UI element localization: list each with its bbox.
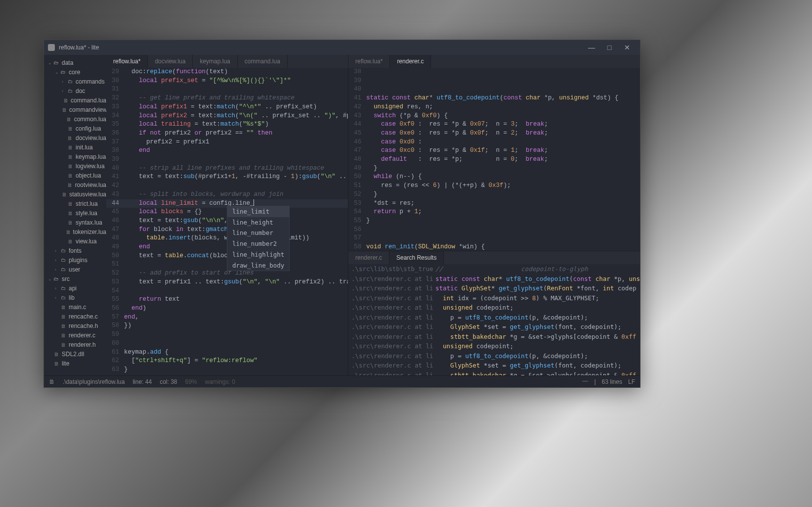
- tree-file[interactable]: 🗎command.lua: [44, 95, 106, 105]
- search-result-line[interactable]: .\src\renderer.c at line 147 (col 50):st…: [348, 283, 640, 293]
- code-line[interactable]: 53 text = prefix1 .. text:gsub("\n", "\n…: [106, 278, 348, 287]
- tab[interactable]: docview.lua: [148, 55, 193, 68]
- tree-file[interactable]: 🗎renderer.c: [44, 330, 106, 340]
- code-line[interactable]: 32 -- get line prefix and trailing white…: [106, 94, 348, 103]
- code-line[interactable]: 39: [348, 77, 640, 86]
- search-results[interactable]: .\src\lib\stb\stb_truetype.h at line 480…: [348, 264, 640, 375]
- code-line[interactable]: 43 switch (*p & 0xf0) {: [348, 112, 640, 121]
- code-line[interactable]: 39: [106, 155, 348, 164]
- left-code-editor[interactable]: 29 doc:replace(function(text)30 local pr…: [106, 68, 348, 375]
- code-line[interactable]: 51 res = (res << 6) | (*(++p) & 0x3f);: [348, 182, 640, 190]
- code-line[interactable]: 59: [106, 330, 348, 339]
- tree-file[interactable]: 🗎rencache.c: [44, 312, 106, 321]
- code-line[interactable]: 44 case 0xf0 : res = *p & 0x07; n = 3; b…: [348, 120, 640, 129]
- code-line[interactable]: 57: [348, 234, 640, 243]
- tree-file[interactable]: 🗎style.lua: [44, 208, 106, 218]
- code-line[interactable]: 45 case 0xe0 : res = *p & 0x0f; n = 2; b…: [348, 129, 640, 138]
- tree-folder[interactable]: ›🗀plugins: [44, 255, 106, 265]
- code-line[interactable]: 55}: [348, 217, 640, 226]
- tree-file[interactable]: 🗎tokenizer.lua: [44, 227, 106, 236]
- code-line[interactable]: 61keymap.add {: [106, 348, 348, 357]
- code-line[interactable]: 43 -- split into blocks, wordwrap and jo…: [106, 190, 348, 199]
- code-line[interactable]: 40 -- strip all line prefixes and traili…: [106, 164, 348, 173]
- code-line[interactable]: 55 return text: [106, 295, 348, 304]
- search-result-line[interactable]: .\src\lib\stb\stb_truetype.h at line 480…: [348, 264, 640, 274]
- tree-file[interactable]: 🗎view.lua: [44, 236, 106, 246]
- tab[interactable]: Search Results: [389, 251, 444, 264]
- tree-file[interactable]: 🗎keymap.lua: [44, 152, 106, 161]
- tab[interactable]: renderer.c: [390, 55, 431, 68]
- tree-file[interactable]: 🗎logview.lua: [44, 161, 106, 171]
- tree-file[interactable]: 🗎rootview.lua: [44, 180, 106, 189]
- tree-file[interactable]: 🗎config.lua: [44, 124, 106, 133]
- tab[interactable]: reflow.lua*: [106, 55, 148, 68]
- tree-file[interactable]: 🗎statusview.lua: [44, 189, 106, 199]
- code-line[interactable]: 49 }: [348, 164, 640, 173]
- code-line[interactable]: 41static const char* utf8_to_codepoint(c…: [348, 94, 640, 103]
- code-line[interactable]: 54: [106, 287, 348, 296]
- tree-file[interactable]: 🗎rencache.h: [44, 321, 106, 330]
- autocomplete-item[interactable]: line_number: [227, 228, 289, 238]
- tree-file[interactable]: 🗎docview.lua: [44, 133, 106, 142]
- autocomplete-item[interactable]: line_height: [227, 217, 289, 228]
- code-line[interactable]: 31: [106, 85, 348, 94]
- search-result-line[interactable]: .\src\renderer.c at line 327 (col 12): u…: [348, 341, 640, 351]
- code-line[interactable]: 37 prefix2 = prefix1: [106, 138, 348, 147]
- code-line[interactable]: 52 }: [348, 190, 640, 199]
- search-result-line[interactable]: .\src\renderer.c at line 224 (col 17): p…: [348, 313, 640, 323]
- tree-folder[interactable]: ⌄🗁core: [44, 67, 106, 77]
- search-result-line[interactable]: .\src\renderer.c at line 225 (col 40): G…: [348, 322, 640, 332]
- right-code-editor[interactable]: 38394041static const char* utf8_to_codep…: [348, 68, 640, 251]
- tree-file[interactable]: 🗎object.lua: [44, 171, 106, 180]
- code-line[interactable]: 48 default : res = *p; n = 0; break;: [348, 155, 640, 164]
- code-line[interactable]: 62 ["ctrl+shift+q"] = "reflow:reflow": [106, 357, 348, 366]
- code-line[interactable]: 63}: [106, 366, 348, 374]
- tree-file[interactable]: 🗎main.c: [44, 302, 106, 312]
- code-line[interactable]: 47 case 0xc0 : res = *p & 0x1f; n = 1; b…: [348, 146, 640, 155]
- minimize-button[interactable]: —: [583, 41, 600, 54]
- code-line[interactable]: 35 local trailing = text:match("%s*$"): [106, 120, 348, 129]
- code-line[interactable]: 53 *dst = res;: [348, 199, 640, 208]
- code-line[interactable]: 38: [348, 68, 640, 77]
- tab[interactable]: command.lua: [238, 55, 288, 68]
- code-line[interactable]: 46 case 0xd0 :: [348, 138, 640, 147]
- code-line[interactable]: 40: [348, 85, 640, 94]
- code-line[interactable]: 34 local prefix2 = text:match("\n(" .. p…: [106, 112, 348, 121]
- tree-folder[interactable]: ›🗀user: [44, 265, 106, 274]
- tree-folder[interactable]: ›🗀fonts: [44, 246, 106, 255]
- tab[interactable]: reflow.lua*: [348, 55, 390, 68]
- autocomplete-item[interactable]: line_number2: [227, 238, 289, 249]
- tree-folder[interactable]: ⌄🗁data: [44, 58, 106, 67]
- autocomplete-item[interactable]: draw_line_body: [227, 260, 289, 271]
- code-line[interactable]: 58}): [106, 322, 348, 330]
- tree-file[interactable]: 🗎commandview.lua: [44, 105, 106, 114]
- titlebar[interactable]: reflow.lua* - lite — □ ✕: [44, 40, 640, 55]
- tree-file[interactable]: 🗎lite: [44, 359, 106, 368]
- tab[interactable]: renderer.c: [348, 251, 389, 264]
- tree-file[interactable]: 🗎common.lua: [44, 114, 106, 124]
- code-line[interactable]: 54 return p + 1;: [348, 208, 640, 217]
- search-result-line[interactable]: .\src\renderer.c at line 41 (col 28):sta…: [348, 274, 640, 284]
- code-line[interactable]: 29 doc:replace(function(text): [106, 68, 348, 77]
- code-line[interactable]: 42: [106, 182, 348, 190]
- code-line[interactable]: 41 text = text:sub(#prefix1+1, -#trailin…: [106, 173, 348, 182]
- file-tree-sidebar[interactable]: ⌄🗁data⌄🗁core›🗀commands›🗀doc🗎command.lua🗎…: [44, 55, 106, 375]
- code-line[interactable]: 42 unsigned res, n;: [348, 103, 640, 112]
- autocomplete-popup[interactable]: line_limitline_heightline_numberline_num…: [227, 206, 290, 271]
- autocomplete-item[interactable]: line_highlight: [227, 249, 289, 260]
- close-button[interactable]: ✕: [618, 41, 636, 54]
- code-line[interactable]: 57end,: [106, 313, 348, 322]
- tab[interactable]: keymap.lua: [193, 55, 237, 68]
- code-line[interactable]: 60: [106, 339, 348, 348]
- code-line[interactable]: 56: [348, 226, 640, 234]
- code-line[interactable]: 56 end): [106, 304, 348, 313]
- tree-file[interactable]: 🗎renderer.h: [44, 340, 106, 349]
- tree-file[interactable]: 🗎init.lua: [44, 142, 106, 152]
- code-line[interactable]: 36 if not prefix2 or prefix2 == "" then: [106, 129, 348, 138]
- tree-folder[interactable]: ›🗀api: [44, 283, 106, 293]
- search-result-line[interactable]: .\src\renderer.c at line 331 (col 39): s…: [348, 370, 640, 376]
- search-result-line[interactable]: .\src\renderer.c at line 222 (col 12): u…: [348, 303, 640, 313]
- tree-file[interactable]: 🗎strict.lua: [44, 199, 106, 208]
- tree-folder[interactable]: ›🗀commands: [44, 77, 106, 86]
- code-line[interactable]: 38 end: [106, 146, 348, 155]
